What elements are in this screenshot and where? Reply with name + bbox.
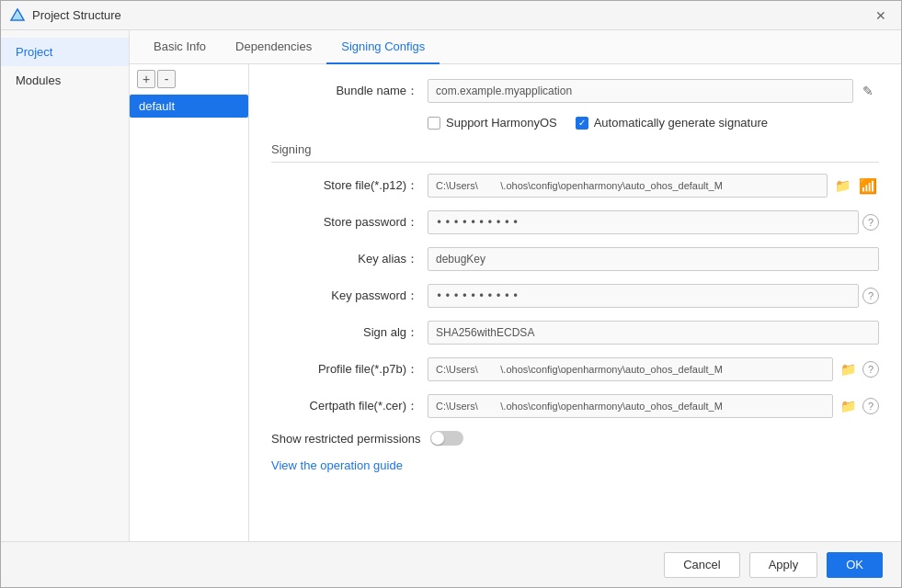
signing-section-title: Signing — [271, 142, 879, 163]
key-alias-label: Key alias： — [271, 251, 428, 267]
store-file-fingerprint-icon[interactable]: 📶 — [857, 175, 879, 197]
certpath-file-input[interactable] — [428, 394, 833, 418]
remove-config-button[interactable]: - — [157, 70, 176, 88]
support-harmonyos-label: Support HarmonyOS — [446, 116, 557, 130]
profile-file-label: Profile file(*.p7b)： — [271, 361, 428, 378]
bottom-bar: Cancel Apply OK — [1, 541, 901, 587]
sidebar: Project Modules — [1, 30, 130, 541]
close-button[interactable]: ✕ — [870, 5, 892, 27]
key-password-input[interactable] — [428, 284, 859, 308]
config-toolbar: + - — [130, 64, 248, 95]
certpath-file-help-icon[interactable]: ? — [862, 398, 879, 414]
sidebar-item-modules[interactable]: Modules — [1, 66, 129, 95]
checkboxes-row: Support HarmonyOS Automatically generate… — [271, 116, 879, 130]
auto-generate-checkbox[interactable]: Automatically generate signature — [576, 116, 768, 130]
key-password-input-wrap: ? — [428, 284, 879, 308]
title-bar-left: Project Structure — [10, 8, 121, 23]
bundle-name-row: Bundle name： ✎ — [271, 79, 879, 103]
certpath-file-row: Certpath file(*.cer)： 📁 ? — [271, 394, 879, 418]
show-restricted-label: Show restricted permissions — [271, 432, 421, 446]
auto-generate-label: Automatically generate signature — [594, 116, 768, 130]
config-list-panel: + - default — [130, 64, 249, 541]
cancel-button[interactable]: Cancel — [664, 552, 739, 578]
tab-signing-configs[interactable]: Signing Configs — [326, 30, 440, 64]
profile-file-help-icon[interactable]: ? — [862, 361, 879, 378]
support-harmonyos-checkbox[interactable]: Support HarmonyOS — [428, 116, 557, 130]
profile-file-input[interactable] — [428, 357, 833, 381]
auto-generate-box — [576, 117, 588, 130]
store-password-input[interactable] — [428, 210, 859, 234]
ok-button[interactable]: OK — [827, 552, 883, 578]
support-harmonyos-box — [428, 117, 440, 130]
config-list: default — [130, 95, 248, 118]
store-file-folder-icon[interactable]: 📁 — [831, 175, 853, 197]
key-alias-input[interactable] — [428, 247, 879, 271]
tab-basic-info[interactable]: Basic Info — [139, 30, 221, 64]
store-file-label: Store file(*.p12)： — [271, 177, 428, 194]
sidebar-item-project[interactable]: Project — [1, 38, 129, 66]
profile-file-input-wrap: 📁 ? — [428, 357, 879, 381]
key-password-row: Key password： ? — [271, 284, 879, 308]
sign-alg-row: Sign alg： — [271, 321, 879, 345]
key-password-help-icon[interactable]: ? — [862, 288, 879, 304]
signing-section: Signing Store file(*.p12)： 📁 📶 — [271, 142, 879, 418]
title-bar: Project Structure ✕ — [1, 1, 901, 30]
store-file-input-wrap: 📁 📶 — [428, 174, 879, 198]
app-icon — [10, 8, 25, 23]
show-restricted-toggle[interactable] — [430, 431, 463, 446]
certpath-file-input-wrap: 📁 ? — [428, 394, 879, 418]
certpath-file-folder-icon[interactable]: 📁 — [837, 395, 859, 417]
bundle-name-label: Bundle name： — [271, 83, 428, 99]
store-password-label: Store password： — [271, 214, 428, 231]
project-structure-window: Project Structure ✕ Project Modules Basi… — [0, 0, 902, 588]
show-restricted-row: Show restricted permissions — [271, 431, 879, 446]
key-password-label: Key password： — [271, 288, 428, 304]
profile-file-folder-icon[interactable]: 📁 — [837, 358, 859, 380]
tab-content: + - default Bundle name： ✎ — [130, 64, 901, 541]
add-config-button[interactable]: + — [137, 70, 155, 88]
config-item-default[interactable]: default — [130, 95, 248, 118]
toggle-knob — [431, 432, 444, 445]
sign-alg-input[interactable] — [428, 321, 879, 345]
store-file-input[interactable] — [428, 174, 828, 198]
content-area: Basic Info Dependencies Signing Configs … — [130, 30, 901, 541]
store-file-row: Store file(*.p12)： 📁 📶 — [271, 174, 879, 198]
main-content: Project Modules Basic Info Dependencies … — [1, 30, 901, 541]
operation-guide-row: View the operation guide — [271, 458, 879, 472]
bundle-name-input[interactable] — [428, 79, 853, 103]
store-password-input-wrap: ? — [428, 210, 879, 234]
view-operation-guide-link[interactable]: View the operation guide — [271, 458, 403, 472]
store-password-help-icon[interactable]: ? — [862, 214, 879, 231]
key-alias-row: Key alias： — [271, 247, 879, 271]
tab-dependencies[interactable]: Dependencies — [221, 30, 326, 64]
store-password-row: Store password： ? — [271, 210, 879, 234]
edit-bundle-name-icon[interactable]: ✎ — [857, 80, 879, 102]
sign-alg-label: Sign alg： — [271, 324, 428, 341]
certpath-file-label: Certpath file(*.cer)： — [271, 398, 428, 414]
signing-config-detail: Bundle name： ✎ Support HarmonyOS — [249, 64, 901, 541]
bundle-name-input-wrap: ✎ — [428, 79, 879, 103]
tab-bar: Basic Info Dependencies Signing Configs — [130, 30, 901, 64]
apply-button[interactable]: Apply — [749, 552, 818, 578]
profile-file-row: Profile file(*.p7b)： 📁 ? — [271, 357, 879, 381]
window-title: Project Structure — [32, 8, 121, 22]
